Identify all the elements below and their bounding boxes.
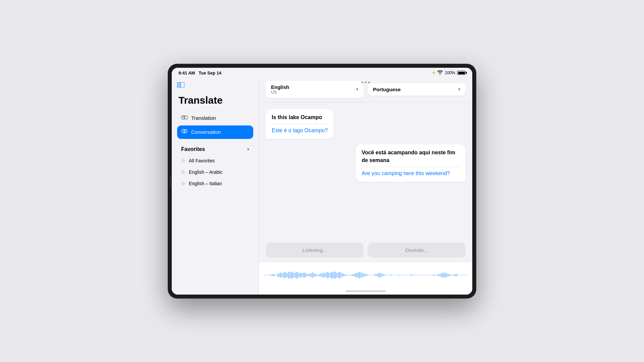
battery-fill [458,72,465,74]
svg-point-4 [184,115,188,119]
svg-point-6 [184,130,187,133]
conversation-icon [181,129,188,136]
menu-dot-2 [365,82,367,83]
side-button [170,174,171,188]
status-time: 9:41 AM [178,70,195,75]
nav-label-translation: Translation [191,115,216,121]
listen-right-button[interactable]: Ouvindo... [368,243,466,258]
status-time-date: 9:41 AM Tue Sep 14 [178,70,221,75]
menu-dot-1 [362,82,363,83]
listen-left-button[interactable]: Listening... [266,243,364,258]
target-lang-text: Portuguese [373,87,401,92]
ipad-screen: 9:41 AM Tue Sep 14 ☀ 100% [172,68,472,295]
source-lang-sub: US [271,90,289,95]
translation-icon [181,115,188,121]
target-language-selector[interactable]: Portuguese ▾ [368,83,466,96]
nav-label-conversation: Conversation [191,129,221,135]
audio-waveform [264,268,467,282]
main-panel: English US ▾ Portuguese ▾ [259,77,472,295]
bubble-original-1: Is this lake Ocampo [272,114,328,121]
favorites-title: Favorites [181,146,205,152]
battery-percent: 100% [445,70,455,75]
source-lang-chevron-icon: ▾ [356,87,358,92]
sidebar-header [177,81,253,91]
app-title: Translate [177,95,253,106]
svg-rect-0 [177,82,180,88]
status-icons: ☀ 100% [432,70,466,75]
favorites-header[interactable]: Favorites ▾ [177,144,253,155]
listening-row: Listening... Ouvindo... [259,239,472,262]
favorites-item-arabic[interactable]: ☆ English – Arabic [177,166,253,178]
bubble-original-2: Você está acampando aqui neste fim de se… [362,149,460,164]
status-bar: 9:41 AM Tue Sep 14 ☀ 100% [172,68,472,77]
conversation-area: Is this lake Ocampo Este é o lago Ocampo… [259,102,472,239]
target-lang-name: Portuguese [373,87,401,92]
wifi-icon [437,70,443,75]
sidebar-toggle-icon[interactable] [177,82,184,89]
source-lang-name: English [271,84,289,90]
home-bar [345,291,386,292]
battery-icon [457,71,466,75]
favorites-label-italian: English – Italian [189,181,222,186]
sidebar: Translate Translation [172,77,259,295]
brightness-icon: ☀ [432,71,435,75]
target-lang-chevron-icon: ▾ [458,87,460,92]
star-all-icon: ☆ [181,158,185,163]
bubble-divider-2 [362,167,460,167]
status-date: Tue Sep 14 [199,70,221,75]
source-lang-text: English US [271,84,289,95]
nav-item-translation[interactable]: Translation [177,111,253,125]
favorites-section: Favorites ▾ ☆ All Favorites ☆ English – … [177,144,253,189]
language-bar: English US ▾ Portuguese ▾ [259,77,472,102]
favorites-item-all[interactable]: ☆ All Favorites [177,155,253,166]
app-container: Translate Translation [172,77,472,295]
star-italian-icon: ☆ [181,181,185,186]
source-language-selector[interactable]: English US ▾ [266,81,364,98]
menu-dot-3 [368,82,370,83]
waveform-area [259,262,472,289]
ipad-frame: 9:41 AM Tue Sep 14 ☀ 100% [168,64,476,299]
favorites-chevron-icon: ▾ [247,147,249,152]
bubble-translated-1: Este é o lago Ocampo? [272,127,328,134]
favorites-label-all: All Favorites [189,158,215,163]
nav-item-conversation[interactable]: Conversation [177,125,253,139]
bubble-divider-1 [272,124,328,124]
favorites-label-arabic: English – Arabic [189,169,222,175]
bubble-translated-2: Are you camping here this weekend? [362,170,460,177]
star-arabic-icon: ☆ [181,169,185,175]
bubble-right-1: Você está acampando aqui neste fim de se… [356,144,466,182]
bubble-left-1: Is this lake Ocampo Este é o lago Ocampo… [266,109,334,139]
home-indicator [259,289,472,295]
favorites-item-italian[interactable]: ☆ English – Italian [177,178,253,189]
